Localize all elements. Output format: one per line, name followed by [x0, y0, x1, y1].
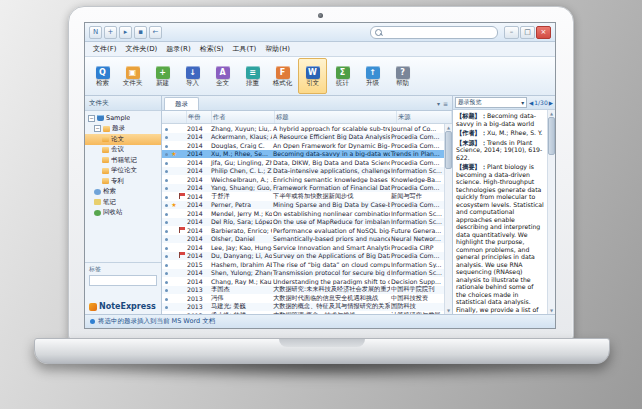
table-row[interactable]: ★ 2014 Del Río, Sara; López,... On the u…: [162, 218, 444, 227]
record-type-icon: [162, 261, 170, 268]
scroll-up-icon[interactable]: ▲: [550, 110, 553, 117]
cell-year: 2014: [186, 210, 210, 217]
menu-search[interactable]: 检索(S): [196, 44, 228, 54]
table-row[interactable]: ★ 2014 Ackermann, Klaus; A... A Resource…: [162, 133, 444, 142]
scrollbar-thumb[interactable]: [548, 117, 555, 155]
table-row[interactable]: ★ 2013 李国杰 大数据研究:未来科技及经济社会发展的重大战略领域 中国科学…: [162, 286, 444, 295]
save-database-icon[interactable]: ▪: [134, 26, 147, 39]
tree-item[interactable]: − 会议: [85, 145, 161, 156]
cell-year: 2015: [186, 261, 210, 268]
table-row[interactable]: ★ 2014 于舒洋 下半年或将加快数据新闻步伐 新闻与写作: [162, 192, 444, 201]
menu-tools[interactable]: 工具(T): [229, 44, 261, 54]
statistics-icon[interactable]: Σ 统计: [328, 58, 357, 94]
back-icon[interactable]: ←: [149, 26, 162, 39]
table-row[interactable]: ★ 2013 马建光; 姜巍 大数据的概念、特征及其与情报研究的关系 国防科技: [162, 303, 444, 312]
toolbar-label: 升级: [366, 80, 379, 87]
column-source[interactable]: 来源: [397, 111, 452, 123]
field-label: 【作者】：: [456, 129, 487, 136]
prev-record-icon[interactable]: ◀: [529, 100, 533, 106]
expander-icon[interactable]: −: [94, 125, 101, 132]
table-row[interactable]: ★ 2014 Shen, Yulong; Zhang... Transmissi…: [162, 269, 444, 278]
table-row[interactable]: ★ 2014 Perner, Petra Mining Sparse and B…: [162, 201, 444, 210]
toolbar-icon: ↑: [366, 66, 380, 79]
next-record-icon[interactable]: ▶: [549, 100, 553, 106]
table-row[interactable]: ★ 2014 Douglas, Craig C. An Open Framewo…: [162, 141, 444, 150]
table-row[interactable]: ★ 2014 Du, Danyang; Li, Ao... Survey on …: [162, 252, 444, 261]
view-style-dropdown[interactable]: 题录预览 ▾: [455, 97, 527, 108]
menu-record[interactable]: 题录(R): [162, 44, 194, 54]
cell-source: Future Genera...: [390, 227, 444, 234]
tree-item[interactable]: − 回收站: [85, 208, 161, 219]
find-fulltext-icon[interactable]: A 全文: [208, 58, 237, 94]
online-search-icon[interactable]: Q 检索: [88, 58, 117, 94]
tree-item[interactable]: − 论文: [85, 134, 161, 145]
list-settings-icon[interactable]: ≡: [443, 100, 448, 107]
tree-item[interactable]: − Sample: [85, 113, 161, 124]
column-author[interactable]: 作者: [212, 111, 275, 123]
column-filter-icon[interactable]: ▾: [437, 100, 440, 107]
cell-year: 2014: [186, 125, 210, 132]
table-scrollbar[interactable]: ▲ ▼: [444, 124, 452, 314]
expander-icon[interactable]: −: [88, 115, 95, 122]
column-title[interactable]: 标题: [275, 111, 397, 123]
tree-item[interactable]: − 专利: [85, 176, 161, 187]
maximize-button[interactable]: □: [520, 26, 535, 39]
table-row[interactable]: ★ 2014 Philip Chen, C. L.; Z... Data-int…: [162, 167, 444, 176]
detail-scrollbar[interactable]: ▲ ▼: [547, 110, 555, 314]
tree-item[interactable]: − 笔记: [85, 197, 161, 208]
app-logo-icon[interactable]: N: [89, 26, 102, 39]
new-record-icon[interactable]: + 新建: [148, 58, 177, 94]
tab-records[interactable]: 题录: [164, 97, 199, 110]
table-row[interactable]: ★ 2014 Jifa, Gu; Lingling, Zh... Data, D…: [162, 158, 444, 167]
scroll-down-icon[interactable]: ▼: [550, 307, 553, 314]
new-folder-icon[interactable]: ▣ 文件夹: [118, 58, 147, 94]
open-database-icon[interactable]: ▸: [119, 26, 132, 39]
table-row[interactable]: ★ 2014 Yang, Shuang; Guo,... Framework F…: [162, 184, 444, 193]
table-row[interactable]: ★ 2013 冯伟 大数据时代面临的信息安全机遇和挑战 中国科技投资: [162, 294, 444, 303]
table-row[interactable]: ★ 2014 Xu, M.; Rhee, Se... Becoming data…: [162, 150, 444, 159]
table-row[interactable]: ★ 2015 Hashem, Ibrahim Ab... The rise of…: [162, 260, 444, 269]
table-row[interactable]: ★ 2014 Weichselbraun, A.; ... Enriching …: [162, 175, 444, 184]
cell-year: 2014: [186, 167, 210, 174]
record-type-icon: [162, 295, 170, 302]
tree-item[interactable]: − 书籍笔记: [85, 155, 161, 166]
star-icon: ★: [170, 150, 178, 157]
tags-filter-box[interactable]: [89, 275, 157, 286]
toolbar-label: 导入: [186, 80, 199, 87]
new-database-icon[interactable]: +: [104, 26, 117, 39]
tree-item[interactable]: − 题录: [85, 124, 161, 135]
scroll-down-icon[interactable]: ▼: [447, 307, 450, 314]
close-button[interactable]: ×: [536, 26, 551, 39]
cell-source: Procedia Com...: [390, 252, 444, 259]
insert-citation-icon[interactable]: W 引文: [298, 58, 327, 94]
tree-item[interactable]: − 检索: [85, 187, 161, 198]
help-icon[interactable]: ? 帮助: [388, 58, 417, 94]
cell-author: Olsher, Daniel: [210, 235, 272, 242]
column-year[interactable]: 年份: [187, 111, 212, 123]
cell-author: Philip Chen, C. L.; Z...: [210, 167, 272, 174]
record-type-icon: [162, 159, 170, 166]
menu-folder[interactable]: 文件夹(D): [122, 44, 162, 54]
minimize-button[interactable]: –: [504, 26, 519, 39]
cell-author: Chang, Ray M.; Kau...: [210, 278, 272, 285]
scroll-up-icon[interactable]: ▲: [447, 124, 450, 131]
cell-year: 2014: [186, 227, 210, 234]
menu-help[interactable]: 帮助(H): [261, 44, 294, 54]
table-row[interactable]: ★ 2014 Mendel, Jerry M.; Ko... On establ…: [162, 209, 444, 218]
menu-file[interactable]: 文件(F): [89, 44, 121, 54]
tree-item[interactable]: − 学位论文: [85, 166, 161, 177]
scrollbar-thumb[interactable]: [445, 131, 452, 169]
table-row[interactable]: ★ 2014 Barbierato, Enrico; G... Performa…: [162, 226, 444, 235]
format-icon[interactable]: F 格式化: [268, 58, 297, 94]
table-row[interactable]: ★ 2014 Lee, Jay; Kao, Hung-... Service I…: [162, 243, 444, 252]
titlebar-search-box[interactable]: [370, 26, 498, 39]
search-input[interactable]: [384, 28, 493, 37]
import-records-icon[interactable]: ↓ 导入: [178, 58, 207, 94]
table-row[interactable]: ★ 2014 Zhang, Xuyun; Liu,... A hybrid ap…: [162, 124, 444, 133]
update-icon[interactable]: ↑ 升级: [358, 58, 387, 94]
table-row[interactable]: ★ 2014 Olsher, Daniel Semantically-based…: [162, 235, 444, 244]
deduplicate-icon[interactable]: ≡ 排重: [238, 58, 267, 94]
table-row[interactable]: ★ 2014 Chang, Ray M.; Kau... Understandi…: [162, 277, 444, 286]
cell-source: Information Sc...: [390, 218, 444, 225]
statusbar: 将选中的题录插入到当前 MS Word 文档: [85, 314, 555, 328]
